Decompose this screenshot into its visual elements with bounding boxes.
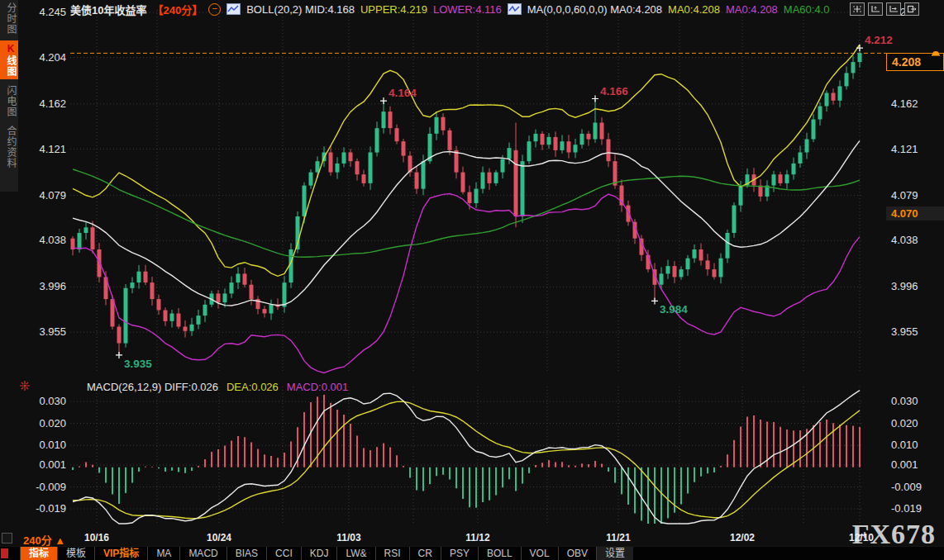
- toolbar-button-CR[interactable]: CR: [409, 547, 441, 560]
- scale-right-icon[interactable]: [886, 2, 901, 16]
- toolbar-button-RSI[interactable]: RSI: [375, 547, 409, 560]
- date-tick-label: 12/10: [841, 532, 881, 543]
- toolbar-button-CCI[interactable]: CCI: [266, 547, 301, 560]
- ma60-value: MA60:4.0: [784, 3, 830, 16]
- macd-panel[interactable]: [70, 380, 944, 529]
- trading-app-window: 分时图K线图闪电图合约资料 美债10年收益率 【240分】 − BOLL(20,…: [0, 0, 944, 560]
- ma-indicator-chip-icon[interactable]: [508, 3, 522, 15]
- macd-value: MACD:0.001: [287, 381, 348, 393]
- svg-text:3.935: 3.935: [124, 358, 152, 370]
- mini-chart-icon: [508, 4, 521, 14]
- interval-label[interactable]: 【240分】: [152, 2, 203, 17]
- timeline-corner-icon[interactable]: [2, 533, 12, 543]
- price-axis-label-right: 3.996: [891, 280, 941, 292]
- toolbar-button-MACD[interactable]: MACD: [179, 547, 226, 560]
- chart-mode-sidebar: 分时图K线图闪电图合约资料: [0, 0, 18, 192]
- boll-lower-value: LOWER:4.116: [433, 3, 502, 16]
- toolbar-button-设置[interactable]: 设置: [596, 547, 633, 560]
- sidebar-item-1[interactable]: K线图: [0, 40, 18, 79]
- macd-dea-value: DEA:0.026: [226, 381, 279, 393]
- toolbar-lead-icon[interactable]: [1, 548, 8, 558]
- macd-header: MACD(26,12,9) DIFF:0.026 DEA:0.026 MACD:…: [87, 381, 348, 393]
- price-axis-label-left: 4.079: [23, 189, 66, 202]
- time-axis: 240分 ▲ 10/1610/2411/0311/1211/2112/0212/…: [0, 531, 944, 545]
- date-tick-label: 11/03: [329, 532, 369, 543]
- price-axis-label-right: 4.079: [891, 189, 941, 202]
- macd-axis-label-left: -0.009: [23, 481, 66, 493]
- toolbar-button-VOL[interactable]: VOL: [521, 547, 558, 560]
- macd-axis-label-left: 0.030: [23, 395, 66, 407]
- date-tick-label: 12/02: [722, 532, 762, 543]
- macd-axis-label-right: -0.019: [891, 502, 941, 515]
- date-tick-label: 11/12: [458, 532, 498, 543]
- macd-axis-label-right: 0.020: [891, 417, 941, 429]
- export-icon[interactable]: [904, 2, 919, 16]
- mini-chart-icon: [227, 4, 240, 14]
- toolbar-button-VIP指标[interactable]: VIP指标: [94, 547, 147, 560]
- price-axis-label-right: 4.121: [891, 143, 941, 155]
- symbol-title: 美债10年收益率: [70, 2, 146, 17]
- svg-text:3.984: 3.984: [660, 303, 688, 316]
- crosshair-icon[interactable]: [850, 2, 865, 16]
- price-axis-label-left: 4.121: [23, 143, 66, 155]
- chart-window-controls: [850, 2, 919, 16]
- boll-values: BOLL(20,2) MID:4.168: [246, 3, 355, 16]
- macd-axis-label-left: 0.001: [23, 458, 66, 471]
- ma-value-yellow: MA0:4.208: [668, 3, 720, 16]
- toolbar-button-PSY[interactable]: PSY: [441, 547, 478, 560]
- indicator-toolbar: 指标模板VIP指标MAMACDBIASCCIKDJLW&RSICRPSYBOLL…: [0, 546, 944, 560]
- reference-price-label: 4.070: [886, 206, 944, 221]
- toolbar-button-LW&[interactable]: LW&: [336, 547, 374, 560]
- price-axis-label-left: 3.996: [23, 280, 66, 292]
- price-alert-icon[interactable]: [931, 45, 941, 59]
- price-axis-label-left: 4.162: [23, 97, 66, 110]
- svg-text:4.212: 4.212: [865, 34, 893, 46]
- macd-axis-label-left: 0.020: [23, 417, 66, 429]
- macd-alert-icon[interactable]: [19, 380, 31, 395]
- collapse-icon[interactable]: −: [208, 3, 221, 16]
- toolbar-button-BIAS[interactable]: BIAS: [226, 547, 266, 560]
- macd-axis-label-right: -0.009: [891, 481, 941, 493]
- svg-text:4.164: 4.164: [389, 87, 417, 99]
- main-price-chart[interactable]: 3.9354.1644.1663.9844.212: [70, 0, 944, 376]
- price-axis-label-right: 3.955: [891, 325, 941, 338]
- sidebar-item-2[interactable]: 闪电图: [0, 83, 18, 120]
- date-tick-label: 10/24: [199, 532, 239, 543]
- macd-formula: MACD(26,12,9) DIFF:0.026: [87, 381, 218, 393]
- indicator-header: 美债10年收益率 【240分】 − BOLL(20,2) MID:4.168 U…: [70, 2, 829, 17]
- boll-indicator-chip-icon[interactable]: [226, 3, 241, 15]
- price-axis-label-left: 4.245: [23, 6, 66, 18]
- ma-value-magenta: MA0:4.208: [726, 3, 778, 16]
- toolbar-button-KDJ[interactable]: KDJ: [301, 547, 337, 560]
- sidebar-item-0[interactable]: 分时图: [0, 0, 18, 37]
- price-axis-label-left: 3.955: [23, 325, 66, 338]
- toolbar-button-指标[interactable]: 指标: [20, 547, 57, 560]
- price-axis-label-left: 4.038: [23, 234, 66, 246]
- macd-axis-label-right: 0.010: [891, 439, 941, 451]
- toolbar-button-模板[interactable]: 模板: [57, 547, 94, 560]
- toolbar-button-MA[interactable]: MA: [147, 547, 179, 560]
- macd-axis-label-left: 0.010: [23, 439, 66, 451]
- boll-upper-value: UPPER:4.219: [360, 3, 427, 16]
- price-axis-label-left: 4.204: [23, 51, 66, 64]
- toolbar-button-BOLL[interactable]: BOLL: [478, 547, 521, 560]
- date-tick-label: 10/16: [77, 532, 117, 543]
- svg-text:4.166: 4.166: [600, 85, 628, 97]
- price-axis-label-right: 4.038: [891, 234, 941, 246]
- macd-axis-label-right: 0.030: [891, 395, 941, 407]
- macd-axis-label-right: 0.001: [891, 458, 941, 471]
- macd-axis-label-left: -0.019: [23, 502, 66, 515]
- sidebar-item-3[interactable]: 合约资料: [0, 123, 18, 171]
- scale-up-icon[interactable]: [868, 2, 883, 16]
- toolbar-button-OBV[interactable]: OBV: [558, 547, 596, 560]
- price-axis-label-right: 4.162: [891, 97, 941, 110]
- date-tick-label: 11/21: [598, 532, 638, 543]
- ma-values: MA(0,0,0,60,0,0) MA0:4.208: [527, 3, 662, 16]
